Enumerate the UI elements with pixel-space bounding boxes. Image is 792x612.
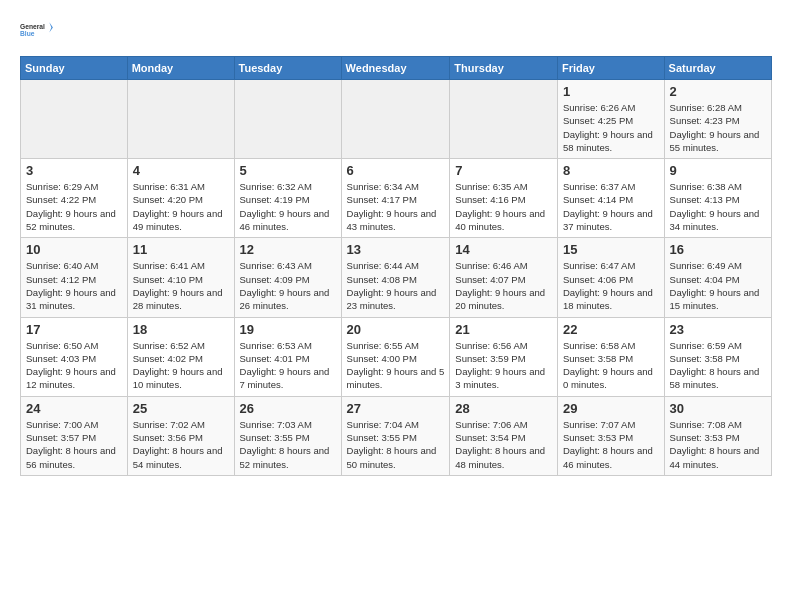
day-info: Sunrise: 6:28 AMSunset: 4:23 PMDaylight:… [670,101,766,154]
day-info: Sunrise: 6:29 AMSunset: 4:22 PMDaylight:… [26,180,122,233]
day-number: 7 [455,163,552,178]
day-info: Sunrise: 6:46 AMSunset: 4:07 PMDaylight:… [455,259,552,312]
day-number: 14 [455,242,552,257]
calendar-cell: 18Sunrise: 6:52 AMSunset: 4:02 PMDayligh… [127,317,234,396]
day-number: 6 [347,163,445,178]
calendar-cell: 11Sunrise: 6:41 AMSunset: 4:10 PMDayligh… [127,238,234,317]
week-row-2: 3Sunrise: 6:29 AMSunset: 4:22 PMDaylight… [21,159,772,238]
day-info: Sunrise: 7:04 AMSunset: 3:55 PMDaylight:… [347,418,445,471]
day-header-friday: Friday [557,57,664,80]
day-info: Sunrise: 6:26 AMSunset: 4:25 PMDaylight:… [563,101,659,154]
day-number: 8 [563,163,659,178]
day-info: Sunrise: 6:58 AMSunset: 3:58 PMDaylight:… [563,339,659,392]
calendar-cell: 22Sunrise: 6:58 AMSunset: 3:58 PMDayligh… [557,317,664,396]
calendar-cell: 12Sunrise: 6:43 AMSunset: 4:09 PMDayligh… [234,238,341,317]
calendar-cell [127,80,234,159]
day-info: Sunrise: 7:00 AMSunset: 3:57 PMDaylight:… [26,418,122,471]
calendar-cell: 4Sunrise: 6:31 AMSunset: 4:20 PMDaylight… [127,159,234,238]
day-number: 19 [240,322,336,337]
day-number: 11 [133,242,229,257]
day-info: Sunrise: 6:50 AMSunset: 4:03 PMDaylight:… [26,339,122,392]
day-number: 22 [563,322,659,337]
day-number: 29 [563,401,659,416]
day-number: 10 [26,242,122,257]
day-number: 1 [563,84,659,99]
day-info: Sunrise: 6:59 AMSunset: 3:58 PMDaylight:… [670,339,766,392]
day-number: 26 [240,401,336,416]
calendar-cell: 8Sunrise: 6:37 AMSunset: 4:14 PMDaylight… [557,159,664,238]
day-info: Sunrise: 6:43 AMSunset: 4:09 PMDaylight:… [240,259,336,312]
day-number: 24 [26,401,122,416]
calendar-cell [341,80,450,159]
calendar-cell: 1Sunrise: 6:26 AMSunset: 4:25 PMDaylight… [557,80,664,159]
day-number: 15 [563,242,659,257]
day-info: Sunrise: 6:56 AMSunset: 3:59 PMDaylight:… [455,339,552,392]
calendar-cell: 15Sunrise: 6:47 AMSunset: 4:06 PMDayligh… [557,238,664,317]
calendar-cell: 27Sunrise: 7:04 AMSunset: 3:55 PMDayligh… [341,396,450,475]
day-number: 23 [670,322,766,337]
page-header: GeneralBlue [20,16,772,44]
logo: GeneralBlue [20,16,56,44]
day-info: Sunrise: 7:02 AMSunset: 3:56 PMDaylight:… [133,418,229,471]
day-number: 18 [133,322,229,337]
day-number: 21 [455,322,552,337]
svg-text:General: General [20,23,45,30]
day-info: Sunrise: 7:03 AMSunset: 3:55 PMDaylight:… [240,418,336,471]
calendar-header-row: SundayMondayTuesdayWednesdayThursdayFrid… [21,57,772,80]
day-info: Sunrise: 6:34 AMSunset: 4:17 PMDaylight:… [347,180,445,233]
calendar-cell: 19Sunrise: 6:53 AMSunset: 4:01 PMDayligh… [234,317,341,396]
calendar-cell: 21Sunrise: 6:56 AMSunset: 3:59 PMDayligh… [450,317,558,396]
calendar-cell: 28Sunrise: 7:06 AMSunset: 3:54 PMDayligh… [450,396,558,475]
day-info: Sunrise: 6:55 AMSunset: 4:00 PMDaylight:… [347,339,445,392]
calendar-cell: 16Sunrise: 6:49 AMSunset: 4:04 PMDayligh… [664,238,771,317]
day-info: Sunrise: 6:49 AMSunset: 4:04 PMDaylight:… [670,259,766,312]
day-info: Sunrise: 7:06 AMSunset: 3:54 PMDaylight:… [455,418,552,471]
week-row-5: 24Sunrise: 7:00 AMSunset: 3:57 PMDayligh… [21,396,772,475]
day-number: 27 [347,401,445,416]
calendar-cell: 10Sunrise: 6:40 AMSunset: 4:12 PMDayligh… [21,238,128,317]
day-info: Sunrise: 6:32 AMSunset: 4:19 PMDaylight:… [240,180,336,233]
calendar-cell: 17Sunrise: 6:50 AMSunset: 4:03 PMDayligh… [21,317,128,396]
day-header-sunday: Sunday [21,57,128,80]
day-number: 16 [670,242,766,257]
day-info: Sunrise: 6:31 AMSunset: 4:20 PMDaylight:… [133,180,229,233]
day-info: Sunrise: 7:07 AMSunset: 3:53 PMDaylight:… [563,418,659,471]
day-number: 25 [133,401,229,416]
calendar-cell: 25Sunrise: 7:02 AMSunset: 3:56 PMDayligh… [127,396,234,475]
calendar-table: SundayMondayTuesdayWednesdayThursdayFrid… [20,56,772,476]
day-info: Sunrise: 6:38 AMSunset: 4:13 PMDaylight:… [670,180,766,233]
day-number: 4 [133,163,229,178]
svg-marker-2 [49,22,53,32]
logo-icon: GeneralBlue [20,16,56,44]
svg-text:Blue: Blue [20,30,35,37]
day-number: 28 [455,401,552,416]
day-header-wednesday: Wednesday [341,57,450,80]
day-number: 30 [670,401,766,416]
day-header-thursday: Thursday [450,57,558,80]
calendar-cell: 20Sunrise: 6:55 AMSunset: 4:00 PMDayligh… [341,317,450,396]
week-row-3: 10Sunrise: 6:40 AMSunset: 4:12 PMDayligh… [21,238,772,317]
day-header-monday: Monday [127,57,234,80]
calendar-cell: 9Sunrise: 6:38 AMSunset: 4:13 PMDaylight… [664,159,771,238]
day-info: Sunrise: 6:53 AMSunset: 4:01 PMDaylight:… [240,339,336,392]
calendar-cell [450,80,558,159]
day-info: Sunrise: 6:41 AMSunset: 4:10 PMDaylight:… [133,259,229,312]
week-row-4: 17Sunrise: 6:50 AMSunset: 4:03 PMDayligh… [21,317,772,396]
calendar-cell: 24Sunrise: 7:00 AMSunset: 3:57 PMDayligh… [21,396,128,475]
calendar-cell: 29Sunrise: 7:07 AMSunset: 3:53 PMDayligh… [557,396,664,475]
calendar-cell: 3Sunrise: 6:29 AMSunset: 4:22 PMDaylight… [21,159,128,238]
day-info: Sunrise: 6:47 AMSunset: 4:06 PMDaylight:… [563,259,659,312]
day-number: 2 [670,84,766,99]
day-info: Sunrise: 6:35 AMSunset: 4:16 PMDaylight:… [455,180,552,233]
calendar-cell: 13Sunrise: 6:44 AMSunset: 4:08 PMDayligh… [341,238,450,317]
calendar-cell: 6Sunrise: 6:34 AMSunset: 4:17 PMDaylight… [341,159,450,238]
day-number: 13 [347,242,445,257]
week-row-1: 1Sunrise: 6:26 AMSunset: 4:25 PMDaylight… [21,80,772,159]
calendar-cell: 23Sunrise: 6:59 AMSunset: 3:58 PMDayligh… [664,317,771,396]
day-info: Sunrise: 6:44 AMSunset: 4:08 PMDaylight:… [347,259,445,312]
calendar-cell [234,80,341,159]
day-number: 17 [26,322,122,337]
day-number: 5 [240,163,336,178]
calendar-cell: 30Sunrise: 7:08 AMSunset: 3:53 PMDayligh… [664,396,771,475]
day-info: Sunrise: 6:40 AMSunset: 4:12 PMDaylight:… [26,259,122,312]
